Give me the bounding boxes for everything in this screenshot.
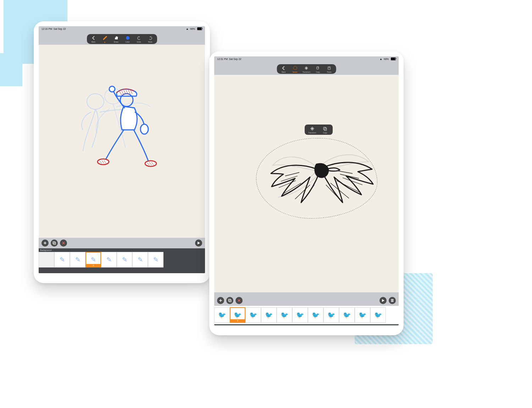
copy-icon [316, 66, 320, 70]
brush-tool[interactable]: ▾ [101, 35, 109, 43]
back-button[interactable]: Back [280, 66, 288, 73]
timeline-frame[interactable]: 🐦 [261, 307, 277, 323]
timeline-frame[interactable]: ✎ [101, 252, 117, 268]
ctx-copy[interactable]: Copy [321, 126, 329, 134]
copy-button[interactable]: Copy [314, 66, 322, 73]
duplicate-frame-button[interactable] [226, 297, 233, 304]
pitcher-drawing [63, 77, 170, 184]
timeline-frame-selected[interactable]: ✎3 [85, 252, 101, 268]
svg-rect-11 [54, 242, 56, 244]
context-menu: Transform Copy [305, 125, 333, 135]
chevron-left-icon [282, 66, 286, 70]
canvas[interactable]: Transform Copy [214, 75, 399, 292]
svg-rect-15 [323, 127, 326, 130]
brush-icon [103, 35, 107, 40]
delete-frame-button[interactable] [60, 239, 67, 247]
bird-drawing [253, 135, 381, 222]
timeline-frame[interactable]: 🐦 [308, 307, 323, 323]
status-time: 12:31 PM Sat Sep 22 [217, 58, 242, 60]
transform-tool[interactable]: Transform [303, 66, 311, 73]
decor-square-mid-left [0, 53, 22, 86]
timeline-frame[interactable]: ✎ [54, 252, 70, 268]
paste-icon [327, 66, 331, 70]
svg-point-8 [98, 159, 109, 165]
copy-icon [323, 126, 327, 131]
redo-button[interactable]: Redo [146, 35, 154, 43]
transform-icon [310, 126, 315, 131]
svg-rect-18 [229, 300, 231, 302]
timeline-frame[interactable]: 🐦 [245, 307, 261, 323]
svg-rect-21 [391, 301, 394, 302]
chevron-left-icon [92, 35, 95, 40]
timeline-frame[interactable]: 🐦 [323, 307, 339, 323]
svg-point-6 [109, 86, 115, 92]
timeline-frame[interactable]: 🐦 [339, 307, 355, 323]
svg-rect-19 [391, 300, 394, 301]
timeline-frame-selected[interactable]: 🐦2 [230, 307, 245, 323]
tablet-left: 12:16 PM Sat Sep 22 ▲ 98% Back ▾ [34, 21, 210, 283]
ctx-transform[interactable]: Transform [308, 126, 316, 134]
add-frame-button[interactable] [41, 239, 49, 247]
battery-percent: 98% [190, 28, 195, 30]
timeline: Background ✎ ✎ ✎3 ✎ ✎ ✎ ✎ [39, 248, 205, 273]
timeline-frame[interactable]: ✎ [148, 252, 164, 268]
play-button[interactable] [195, 239, 202, 247]
svg-point-9 [145, 161, 156, 166]
back-button[interactable]: Back [90, 35, 98, 43]
timeline-frame[interactable]: 🐦 [214, 307, 230, 323]
top-toolbar: Back Select Transform Copy Paste [277, 64, 336, 74]
frame-controls [214, 295, 399, 306]
timeline-frame[interactable]: 🐦 [277, 307, 292, 323]
wifi-icon: ▲ [186, 27, 189, 31]
eraser-icon [114, 35, 118, 40]
play-button[interactable] [379, 297, 387, 304]
timeline-label: Background [39, 248, 205, 252]
paste-button[interactable]: Paste [325, 66, 333, 73]
status-bar: 12:16 PM Sat Sep 22 ▲ 98% [39, 26, 205, 31]
top-toolbar: Back ▾ Erase Color Undo [87, 34, 157, 44]
duplicate-frame-button[interactable] [51, 239, 58, 247]
timeline: 🐦 🐦2 🐦 🐦 🐦 🐦 🐦 🐦 🐦 🐦 🐦 [214, 306, 399, 325]
add-frame-button[interactable] [217, 297, 224, 304]
timeline-frames: ✎ ✎ ✎3 ✎ ✎ ✎ ✎ [39, 252, 205, 268]
svg-rect-17 [228, 299, 231, 301]
delete-frame-button[interactable] [235, 297, 243, 304]
screen-left: 12:16 PM Sat Sep 22 ▲ 98% Back ▾ [39, 26, 205, 273]
timeline-frame[interactable]: 🐦 [355, 307, 370, 323]
redo-icon [148, 35, 153, 40]
svg-point-2 [126, 36, 129, 40]
color-icon [126, 35, 130, 40]
svg-rect-16 [324, 128, 327, 131]
undo-button[interactable]: Undo [135, 35, 143, 43]
timeline-background-frame[interactable] [39, 252, 54, 268]
svg-point-3 [87, 94, 104, 109]
transform-icon [304, 66, 309, 70]
svg-point-7 [140, 124, 148, 134]
timeline-frame[interactable]: 🐦 [292, 307, 308, 323]
frame-controls [39, 238, 205, 248]
brush-dropdown-icon: ▾ [104, 41, 105, 43]
screen-right: 12:31 PM Sat Sep 22 ▲ 98% Back Select [214, 56, 399, 325]
svg-rect-10 [53, 242, 55, 244]
timeline-frame[interactable]: ✎ [132, 252, 148, 268]
color-tool[interactable]: Color [124, 35, 132, 43]
svg-point-12 [293, 66, 297, 70]
timeline-frame[interactable]: ✎ [70, 252, 85, 268]
settings-button[interactable] [389, 297, 396, 304]
tablet-right: 12:31 PM Sat Sep 22 ▲ 98% Back Select [209, 51, 404, 335]
status-right: ▲ 98% [186, 27, 202, 31]
battery-icon [391, 57, 396, 60]
battery-icon [197, 27, 202, 30]
canvas[interactable] [39, 45, 205, 238]
undo-icon [137, 35, 141, 40]
timeline-frames: 🐦 🐦2 🐦 🐦 🐦 🐦 🐦 🐦 🐦 🐦 🐦 [214, 306, 399, 324]
select-tool[interactable]: Select [291, 66, 299, 73]
timeline-frame[interactable]: 🐦 [370, 307, 386, 323]
timeline-frame[interactable]: ✎ [117, 252, 132, 268]
battery-percent: 98% [384, 58, 389, 60]
status-time: 12:16 PM Sat Sep 22 [41, 28, 66, 30]
select-icon [293, 66, 297, 70]
status-bar: 12:31 PM Sat Sep 22 ▲ 98% [214, 56, 399, 61]
svg-rect-20 [391, 299, 394, 300]
erase-tool[interactable]: Erase [112, 35, 120, 43]
